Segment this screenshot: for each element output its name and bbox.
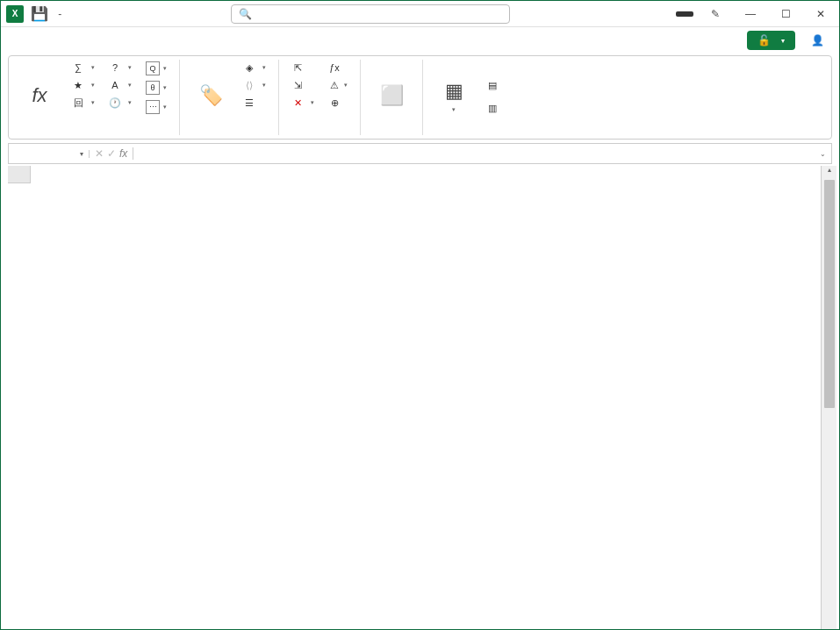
trace-dependents-button[interactable]: ⇲ [288,77,318,93]
comments-icon[interactable]: 👤 [804,32,830,49]
search-icon: 🔍 [239,8,252,20]
excel-app-icon: X [6,5,24,23]
recently-used-button[interactable]: ★ ▾ [68,77,98,93]
more-functions-button[interactable]: ⋯ ▾ [142,98,170,116]
select-all-corner[interactable] [8,166,31,183]
search-box[interactable]: 🔍 [231,4,510,24]
title-bar: X 💾 - 🔍 ✎ — ☐ ✕ [1,1,839,27]
ribbon-group-watch: ⬜ [361,60,423,135]
ribbon: fx ∑ ▾ ★ ▾ 回 ▾ ? ▾ A ▾ 🕐 ▾ Q ▾ θ ▾ ⋯ ▾ [8,55,832,140]
cancel-formula-icon: ✕ [95,147,104,160]
ribbon-group-function-library: fx ∑ ▾ ★ ▾ 回 ▾ ? ▾ A ▾ 🕐 ▾ Q ▾ θ ▾ ⋯ ▾ [9,60,180,135]
group-label-calc [432,133,502,135]
group-label-func-lib [18,133,170,135]
close-button[interactable]: ✕ [808,5,834,23]
trace-precedents-button[interactable]: ⇱ [288,60,318,75]
calc-options-icon: ▦ [445,80,463,103]
logical-button[interactable]: ? ▾ [105,60,135,75]
insert-function-button[interactable]: fx [18,60,61,133]
watch-window-icon: ⬜ [380,84,404,107]
expand-formula-bar-icon[interactable]: ⌄ [815,150,831,158]
minimize-button[interactable]: — [737,5,764,23]
show-formulas-button[interactable]: ƒx [325,60,351,75]
financial-button[interactable]: 回 ▾ [68,95,98,111]
create-from-selection-button[interactable]: ☰ [240,95,269,111]
group-label-names [189,133,269,135]
watch-window-button[interactable]: ⬜ [370,60,413,133]
formula-input[interactable] [133,147,815,160]
ribbon-group-calculation: ▦ ▾ ▤ ▥ [423,60,511,135]
spreadsheet-grid: ▴ [8,166,832,630]
use-in-formula-button: ⟨⟩ ▾ [240,77,269,93]
calculate-now-button[interactable]: ▤ [483,77,502,93]
group-label-audit [288,133,351,135]
define-name-button[interactable]: ◈ ▾ [240,60,269,75]
calculate-sheet-button[interactable]: ▥ [483,100,502,116]
name-box-dropdown-icon[interactable]: ▾ [80,150,83,158]
tag-icon: 🏷️ [199,84,223,107]
vertical-scrollbar[interactable]: ▴ [821,166,836,630]
maximize-button[interactable]: ☐ [772,5,799,23]
error-checking-button[interactable]: ⚠ ▾ [325,77,351,93]
name-box[interactable]: ▾ [9,150,90,158]
calculation-options-button[interactable]: ▦ ▾ [432,60,476,133]
remove-arrows-button[interactable]: ✕ ▾ [288,95,318,111]
login-button[interactable] [676,11,693,17]
save-icon[interactable]: 💾 [31,5,48,22]
fx-icon[interactable]: fx [119,147,127,160]
scrollbar-thumb[interactable] [824,180,835,408]
auto-sum-button[interactable]: ∑ ▾ [68,60,98,75]
date-time-button[interactable]: 🕐 ▾ [105,95,135,111]
pen-icon[interactable]: ✎ [702,5,729,23]
lookup-ref-button[interactable]: Q ▾ [142,60,170,77]
math-trig-button[interactable]: θ ▾ [142,79,170,97]
fx-icon: fx [32,84,47,107]
search-input[interactable] [257,8,502,20]
evaluate-formula-button[interactable]: ⊕ [325,95,351,111]
share-button[interactable]: 🔓▾ [747,31,795,50]
ribbon-group-formula-auditing: ⇱ ⇲ ✕ ▾ ƒx ⚠ ▾ ⊕ [279,60,361,135]
menu-bar: 🔓▾ 👤 [1,27,839,54]
ribbon-group-defined-names: 🏷️ ◈ ▾ ⟨⟩ ▾ ☰ [180,60,279,135]
name-manager-button[interactable]: 🏷️ [189,60,233,133]
enter-formula-icon: ✓ [107,147,116,160]
formula-bar: ▾ ✕ ✓ fx ⌄ [8,143,832,164]
text-button[interactable]: A ▾ [105,77,135,93]
group-label-watch [370,133,413,135]
document-title: - [55,8,65,20]
